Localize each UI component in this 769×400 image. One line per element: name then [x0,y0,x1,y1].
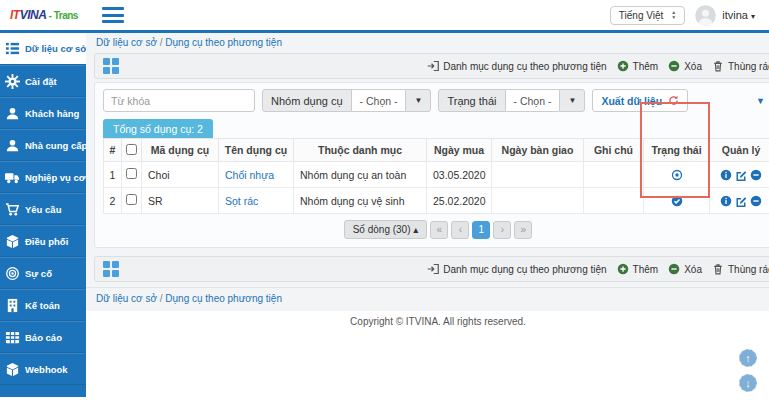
col-manage: Quản lý [710,139,769,162]
next-page-button[interactable]: › [493,221,511,239]
collapse-caret-button[interactable]: ▼ [748,92,769,110]
plus-circle-icon [617,263,629,275]
check-circle-icon[interactable] [671,195,683,207]
select-all-checkbox[interactable] [126,144,137,155]
sidebar-item-cai-dat[interactable]: Cài đặt [0,65,86,97]
chevron-down-icon[interactable]: ▼ [559,89,585,112]
sidebar-item-nha-cung-cap[interactable]: Nhà cung cấp [0,129,86,161]
col-name: Tên dụng cụ [219,139,294,162]
status-filter-label: Trạng thái [438,89,505,112]
col-status: Trạng thái [644,139,710,162]
menu-toggle-icon[interactable] [102,7,124,23]
pagination: Số dòng (30) ▴ « ‹ 1 › » [103,214,769,243]
updown-caret-icon: ▲▼ [671,10,676,20]
assign-icon [427,60,439,72]
sidebar-item-dieu-phoi[interactable]: Điều phối [0,225,86,257]
user-menu[interactable]: itvina ▾ [722,9,755,21]
col-purchase-date: Ngày mua [427,139,492,162]
filter-bar: Nhóm dụng cụ - Chọn - ▼ Trạng thái - Chọ… [103,89,769,112]
table-row: 1 Choi Chổi nhựa Nhóm dụng cụ an toàn 03… [104,162,769,188]
truck-icon [5,170,20,185]
breadcrumb-parent-link[interactable]: Dữ liệu cơ sở [96,293,157,304]
first-page-button[interactable]: « [430,221,448,239]
add-button[interactable]: Thêm [617,263,659,275]
minus-circle-icon[interactable] [750,169,762,181]
app-logo: ITVINA - Trans [0,8,96,22]
grid-icon[interactable] [103,261,119,277]
scroll-down-button[interactable]: ↓ [739,374,757,392]
chevron-down-icon: ▾ [751,12,755,21]
copyright-text: Copyright © ITVINA. All rights reserved. [86,311,769,330]
tool-name-link[interactable]: Chổi nhựa [225,169,274,181]
cube-icon [5,362,20,377]
panel-header-top: Danh mục dụng cụ theo phương tiện Thêm X… [94,53,769,79]
category-link[interactable]: Danh mục dụng cụ theo phương tiện [427,263,606,275]
avatar[interactable] [695,5,716,26]
delete-button[interactable]: Xóa [668,263,702,275]
sidebar-item-du-lieu-co-so[interactable]: Dữ liệu cơ sở [0,33,86,65]
language-value: Tiếng Việt [619,10,663,21]
plus-circle-icon [617,60,629,72]
sidebar-item-nghiep-vu-co-so[interactable]: Nghiệp vụ cơ sở [0,161,86,193]
delete-button[interactable]: Xóa [668,60,702,72]
panel-header-bottom: Danh mục dụng cụ theo phương tiện Thêm X… [94,256,769,282]
building-icon [5,298,20,313]
list-icon [5,41,20,56]
trash-icon [712,60,724,72]
breadcrumb-footer: Dữ liệu cơ sở / Dụng cụ theo phương tiện [86,287,769,307]
minus-circle-icon[interactable] [750,195,762,207]
page-1-button[interactable]: 1 [472,221,490,239]
arrow-up-icon: ↑ [745,352,751,364]
minus-circle-icon [668,60,680,72]
tools-table: # Mã dụng cụ Tên dụng cụ Thuộc danh mục … [103,138,769,214]
sidebar-item-khach-hang[interactable]: Khách hàng [0,97,86,129]
sidebar-item-su-co[interactable]: Sự cố [0,257,86,289]
tool-name-link[interactable]: Sọt rác [225,195,258,207]
chevron-down-icon[interactable]: ▼ [405,89,431,112]
dot-circle-icon[interactable] [671,169,683,181]
status-filter: Trạng thái - Chọn - ▼ [438,89,585,112]
breadcrumb: Dữ liệu cơ sở / Dụng cụ theo phương tiện [86,33,769,51]
trash-icon [712,263,724,275]
trash-button[interactable]: Thùng rác [712,263,769,275]
col-handover-date: Ngày bàn giao [492,139,584,162]
breadcrumb-parent-link[interactable]: Dữ liệu cơ sở [96,37,157,48]
table-header-row: # Mã dụng cụ Tên dụng cụ Thuộc danh mục … [104,139,769,162]
assign-icon [427,263,439,275]
cube-icon [5,234,20,249]
col-note: Ghi chú [584,139,644,162]
export-button[interactable]: Xuất dữ liệu [592,89,688,112]
sidebar-item-webhook[interactable]: Webhook [0,353,86,385]
scroll-buttons: ↑ ↓ [739,349,757,392]
tool-group-value[interactable]: - Chọn - [352,89,406,112]
col-category: Thuộc danh mục [294,139,427,162]
col-index: # [104,139,122,162]
add-button[interactable]: Thêm [617,60,659,72]
table-row: 2 SR Sọt rác Nhóm dụng cụ vệ sinh 25.02.… [104,188,769,214]
row-checkbox[interactable] [126,168,137,179]
row-checkbox[interactable] [126,194,137,205]
breadcrumb-current-link[interactable]: Dụng cụ theo phương tiện [165,293,282,304]
edit-icon[interactable] [735,195,747,207]
edit-icon[interactable] [735,169,747,181]
status-filter-value[interactable]: - Chọn - [506,89,560,112]
info-circle-icon[interactable] [720,195,732,207]
sidebar-item-yeu-cau[interactable]: Yêu cầu [0,193,86,225]
breadcrumb-current-link[interactable]: Dụng cụ theo phương tiện [165,37,282,48]
tool-list-panel: Nhóm dụng cụ - Chọn - ▼ Trạng thái - Chọ… [94,82,769,248]
table-icon [5,330,20,345]
main-content: Dữ liệu cơ sở / Dụng cụ theo phương tiện… [86,33,769,397]
last-page-button[interactable]: » [514,221,532,239]
trash-button[interactable]: Thùng rác [712,60,769,72]
info-circle-icon[interactable] [720,169,732,181]
language-select[interactable]: Tiếng Việt ▲▼ [610,6,685,25]
prev-page-button[interactable]: ‹ [451,221,469,239]
top-bar: ITVINA - Trans Tiếng Việt ▲▼ itvina ▾ [0,0,769,33]
rows-per-page-button[interactable]: Số dòng (30) ▴ [344,220,428,239]
grid-icon[interactable] [103,58,119,74]
sidebar-item-ke-toan[interactable]: Kế toán [0,289,86,321]
category-link[interactable]: Danh mục dụng cụ theo phương tiện [427,60,606,72]
scroll-up-button[interactable]: ↑ [739,349,757,367]
keyword-input[interactable] [103,89,255,112]
sidebar-item-bao-cao[interactable]: Báo cáo [0,321,86,353]
